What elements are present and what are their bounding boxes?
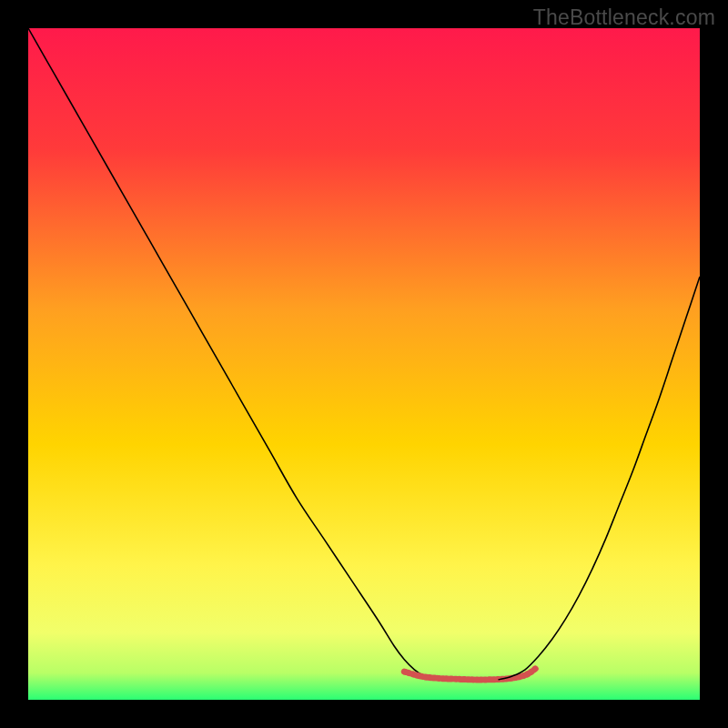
plot-area: [28, 28, 700, 700]
watermark-label: TheBottleneck.com: [533, 5, 715, 30]
chart-frame: TheBottleneck.com: [0, 0, 728, 728]
chart-canvas: [28, 28, 700, 700]
